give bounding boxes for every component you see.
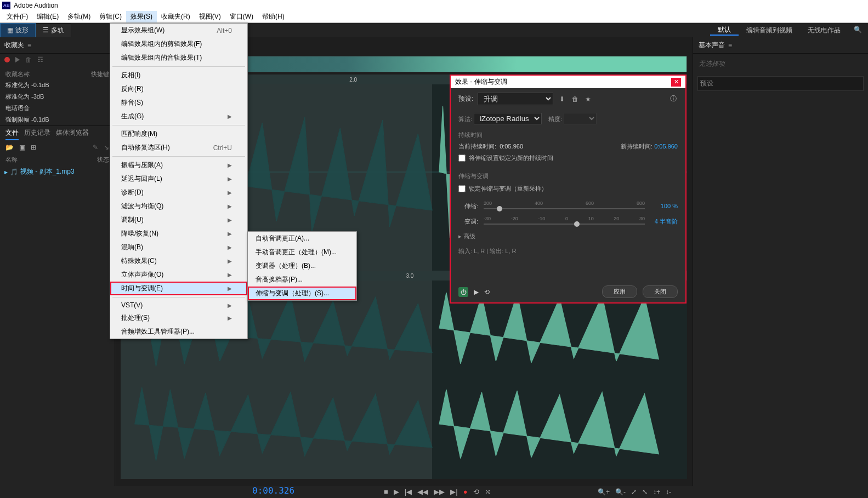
menu-item[interactable]: 匹配响度(M) — [110, 127, 247, 141]
rewind-button[interactable]: ◀◀ — [417, 488, 428, 496]
loop-preview-icon[interactable]: ⟲ — [484, 288, 490, 296]
fav-item[interactable]: 电话语音 — [0, 102, 115, 114]
delete-preset-icon[interactable]: 🗑 — [571, 95, 580, 104]
zoom-sel-icon[interactable]: ⤡ — [642, 488, 648, 496]
submenu-item[interactable]: 自动音调更正(A)... — [248, 232, 356, 245]
submenu-item[interactable]: 变调器（处理）(B)... — [248, 259, 356, 273]
menu-item[interactable]: 时间与变调(E)▶ — [110, 282, 247, 295]
stretch-slider[interactable]: 200400600800 — [484, 201, 645, 211]
record-file-icon[interactable]: ▣ — [19, 144, 25, 151]
pitch-value[interactable]: 4 — [655, 218, 658, 225]
menu-item[interactable]: 延迟与回声(L)▶ — [110, 172, 247, 186]
menu-multitrack[interactable]: 多轨(M) — [63, 11, 95, 22]
delete-icon[interactable]: 🗑 — [25, 56, 32, 64]
menu-file[interactable]: 文件(F) — [2, 11, 32, 22]
menu-item[interactable]: 诊断(D)▶ — [110, 186, 247, 199]
menu-view[interactable]: 视图(V) — [195, 11, 225, 22]
mode-multitrack[interactable]: ☰ 多轨 — [36, 23, 71, 38]
play-button[interactable]: ▶ — [394, 488, 399, 496]
open-file-icon[interactable]: 📂 — [5, 144, 14, 151]
submenu-item[interactable]: 手动音调更正（处理）(M)... — [248, 245, 356, 259]
fav-item[interactable]: 标准化为 -3dB — [0, 91, 115, 102]
menu-item[interactable]: 编辑效果组内的剪辑效果(F) — [110, 37, 247, 51]
close-icon[interactable]: ✕ — [671, 78, 681, 87]
preset-select[interactable]: 升调 — [478, 93, 553, 105]
menu-item[interactable]: 立体声声像(O)▶ — [110, 268, 247, 282]
search-workspace-icon[interactable]: 🔍 — [854, 26, 863, 35]
mode-waveform[interactable]: ▦ 波形 — [0, 23, 36, 38]
submenu-item[interactable]: 音高换档器(P)... — [248, 273, 356, 287]
timecode[interactable]: 0:00.326 — [252, 485, 294, 496]
tab-history[interactable]: 历史记录 — [24, 128, 50, 140]
download-preset-icon[interactable]: ⬇ — [558, 95, 566, 104]
lock-stretch-checkbox[interactable] — [458, 185, 466, 192]
edit-icon[interactable]: ✎ — [93, 144, 98, 151]
insert-icon[interactable]: ↘ — [104, 144, 109, 151]
zoom-out-icon[interactable]: 🔍- — [615, 488, 626, 496]
zoom-in-icon[interactable]: 🔍+ — [598, 488, 610, 496]
new-file-icon[interactable]: ⊞ — [31, 144, 36, 151]
menu-item[interactable]: 反向(R) — [110, 82, 247, 96]
apply-button[interactable]: 应用 — [602, 285, 637, 298]
record-button[interactable]: ● — [463, 488, 468, 496]
fav-item[interactable]: 强制限幅 -0.1dB — [0, 114, 115, 125]
zoom-full-icon[interactable]: ⤢ — [631, 488, 637, 496]
menu-item[interactable]: 生成(G)▶ — [110, 110, 247, 123]
menu-item[interactable]: 静音(S) — [110, 96, 247, 110]
stretch-section: 伸缩与变调 — [458, 168, 678, 182]
workspace-radio[interactable]: 无线电作品 — [800, 26, 848, 35]
props-icon[interactable]: ☶ — [37, 56, 43, 64]
skip-sel-button[interactable]: ⤭ — [485, 488, 491, 496]
zoom-out-v-icon[interactable]: ↕- — [666, 488, 671, 496]
new-duration-value[interactable]: 0:05.960 — [654, 143, 678, 150]
zoom-in-v-icon[interactable]: ↕+ — [653, 488, 660, 496]
forward-button[interactable]: ▶▶ — [434, 488, 445, 496]
menu-item[interactable]: 振幅与压限(A)▶ — [110, 158, 247, 172]
menu-item[interactable]: 显示效果组(W)Alt+0 — [110, 24, 247, 37]
submenu-item[interactable]: 伸缩与变调（处理）(S)... — [248, 287, 356, 300]
favorites-controls: 🗑 ☶ — [0, 54, 115, 69]
lock-duration-checkbox[interactable] — [458, 154, 466, 162]
precision-select[interactable] — [564, 113, 597, 124]
menu-item[interactable]: 批处理(S)▶ — [110, 311, 247, 325]
close-button[interactable]: 关闭 — [643, 285, 678, 298]
stop-button[interactable]: ■ — [384, 488, 388, 496]
menu-item[interactable]: 反相(I) — [110, 68, 247, 82]
fav-item[interactable]: 标准化为 -0.1dB — [0, 79, 115, 91]
algorithm-select[interactable]: iZotope Radius — [474, 113, 542, 124]
tab-files[interactable]: 文件 — [5, 128, 19, 140]
stretch-value[interactable]: 100 — [661, 203, 671, 209]
pitch-slider[interactable]: -30-20-100102030 — [484, 216, 645, 227]
menu-window[interactable]: 窗口(W) — [225, 11, 258, 22]
play-icon[interactable] — [15, 57, 20, 62]
skip-back-button[interactable]: |◀ — [405, 488, 412, 496]
menu-item[interactable]: 滤波与均衡(Q)▶ — [110, 199, 247, 213]
menu-item[interactable]: 特殊效果(C)▶ — [110, 254, 247, 268]
menu-effects[interactable]: 效果(S) — [126, 11, 157, 22]
panel-menu-icon[interactable]: ≡ — [27, 42, 31, 49]
file-item[interactable]: ▸ 🎵 视频 - 副本_1.mp3 — [0, 165, 115, 179]
preview-play-icon[interactable]: ▶ — [474, 288, 479, 296]
workspace-default[interactable]: 默认 — [710, 25, 739, 36]
tab-media-browser[interactable]: 媒体浏览器 — [56, 128, 89, 140]
menu-item[interactable]: 自动修复选区(H)Ctrl+U — [110, 141, 247, 154]
skip-fwd-button[interactable]: ▶| — [450, 488, 457, 496]
panel-menu-icon[interactable]: ≡ — [728, 42, 732, 49]
menu-item[interactable]: 调制(U)▶ — [110, 213, 247, 227]
advanced-toggle[interactable]: ▸ 高级 — [458, 229, 678, 244]
workspace-edit-av[interactable]: 编辑音频到视频 — [739, 26, 800, 35]
favorite-preset-icon[interactable]: ★ — [584, 95, 593, 104]
menu-clip[interactable]: 剪辑(C) — [95, 11, 126, 22]
menu-item[interactable]: 降噪/恢复(N)▶ — [110, 227, 247, 241]
power-toggle[interactable]: ⏻ — [458, 287, 468, 297]
menu-item[interactable]: VST(V)▶ — [110, 299, 247, 311]
menu-edit[interactable]: 编辑(E) — [32, 11, 63, 22]
menu-item[interactable]: 音频增效工具管理器(P)... — [110, 325, 247, 339]
info-icon[interactable]: ⓘ — [669, 95, 678, 104]
menu-item[interactable]: 混响(B)▶ — [110, 241, 247, 254]
loop-button[interactable]: ⟲ — [473, 488, 479, 496]
record-icon[interactable] — [4, 57, 10, 62]
menu-favorites[interactable]: 收藏夹(R) — [157, 11, 195, 22]
menu-item[interactable]: 编辑效果组内的音轨效果(T) — [110, 51, 247, 65]
menu-help[interactable]: 帮助(H) — [258, 11, 289, 22]
